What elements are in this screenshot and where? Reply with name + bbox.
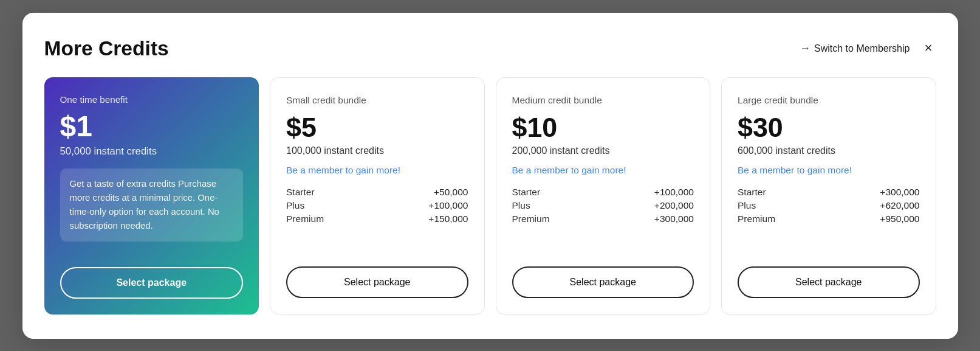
tier-credits: +100,000	[428, 200, 468, 211]
tier-item: Plus +200,000	[512, 199, 694, 212]
modal-title: More Credits	[44, 37, 169, 60]
select-package-button[interactable]: Select package	[512, 266, 694, 298]
member-link[interactable]: Be a member to gain more!	[738, 165, 920, 176]
tier-list: Starter +300,000 Plus +620,000 Premium +…	[738, 186, 920, 226]
tier-credits: +50,000	[434, 187, 468, 198]
tier-item: Plus +620,000	[738, 199, 920, 212]
card-credits: 200,000 instant credits	[512, 145, 694, 156]
card-price: $5	[286, 112, 468, 143]
tier-item: Premium +950,000	[738, 212, 920, 226]
select-package-button[interactable]: Select package	[286, 266, 468, 298]
modal-container: More Credits → Switch to Membership × On…	[22, 13, 958, 339]
tier-name: Premium	[512, 214, 550, 224]
tier-name: Plus	[738, 200, 756, 211]
tier-name: Starter	[512, 187, 541, 198]
switch-arrow-icon: →	[800, 42, 810, 55]
tier-item: Starter +300,000	[738, 186, 920, 199]
tier-credits: +200,000	[654, 200, 694, 211]
tier-item: Starter +100,000	[512, 186, 694, 199]
card-credits: 100,000 instant credits	[286, 145, 468, 156]
tier-credits: +620,000	[880, 200, 919, 211]
tier-credits: +100,000	[654, 187, 694, 198]
select-package-button[interactable]: Select package	[738, 266, 920, 298]
tier-credits: +300,000	[654, 214, 694, 224]
card-1: Small credit bundle $5 100,000 instant c…	[270, 77, 485, 315]
modal-overlay: More Credits → Switch to Membership × On…	[0, 0, 980, 351]
tier-list: Starter +50,000 Plus +100,000 Premium +1…	[286, 186, 468, 226]
tier-name: Plus	[512, 200, 530, 211]
tier-item: Premium +150,000	[286, 212, 468, 226]
tier-credits: +150,000	[428, 214, 468, 224]
cards-container: One time benefit $1 50,000 instant credi…	[44, 77, 936, 315]
member-link[interactable]: Be a member to gain more!	[512, 165, 694, 176]
card-credits: 50,000 instant credits	[60, 145, 244, 158]
one-time-label: One time benefit	[60, 94, 244, 105]
bundle-label: Large credit bundle	[738, 95, 920, 106]
select-package-button[interactable]: Select package	[60, 267, 244, 299]
card-price: $30	[738, 112, 920, 143]
tier-name: Starter	[738, 187, 766, 198]
tier-credits: +300,000	[880, 187, 919, 198]
card-price: $1	[60, 109, 244, 143]
card-credits: 600,000 instant credits	[738, 145, 920, 156]
modal-header-right: → Switch to Membership ×	[800, 40, 936, 56]
member-link[interactable]: Be a member to gain more!	[286, 165, 468, 176]
tier-list: Starter +100,000 Plus +200,000 Premium +…	[512, 186, 694, 226]
tier-name: Starter	[286, 187, 315, 198]
tier-credits: +950,000	[880, 214, 919, 224]
tier-item: Plus +100,000	[286, 199, 468, 212]
card-3: Large credit bundle $30 600,000 instant …	[721, 77, 936, 315]
modal-header: More Credits → Switch to Membership ×	[44, 37, 936, 60]
switch-to-membership-link[interactable]: → Switch to Membership	[800, 42, 910, 55]
tier-name: Premium	[286, 214, 324, 224]
card-2: Medium credit bundle $10 200,000 instant…	[496, 77, 711, 315]
bundle-label: Medium credit bundle	[512, 95, 694, 106]
switch-label: Switch to Membership	[814, 43, 910, 54]
tier-item: Starter +50,000	[286, 186, 468, 199]
tier-name: Premium	[738, 214, 775, 224]
tier-name: Plus	[286, 200, 304, 211]
card-description: Get a taste of extra credits Purchase mo…	[60, 169, 244, 242]
card-price: $10	[512, 112, 694, 143]
tier-item: Premium +300,000	[512, 212, 694, 226]
bundle-label: Small credit bundle	[286, 95, 468, 106]
close-button[interactable]: ×	[920, 40, 936, 56]
card-0: One time benefit $1 50,000 instant credi…	[44, 77, 259, 315]
